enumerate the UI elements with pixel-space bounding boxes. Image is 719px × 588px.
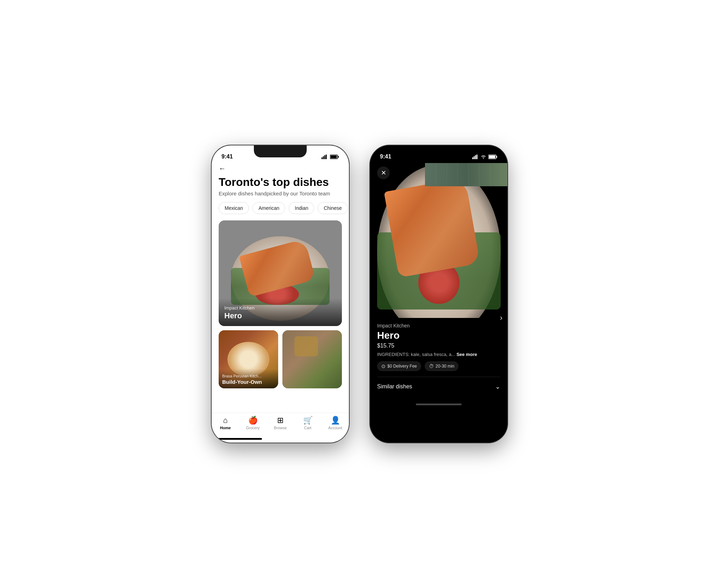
battery-icon-right: [488, 155, 498, 159]
time-icon: ⏱: [429, 363, 434, 369]
grocery-icon: 🍎: [248, 417, 258, 424]
status-icons-left: [321, 155, 339, 159]
filter-chinese[interactable]: Chinese: [318, 202, 348, 214]
filter-indian[interactable]: Indian: [289, 202, 314, 214]
tab-browse[interactable]: ⊞ Browse: [267, 417, 294, 430]
wifi-icon: [481, 155, 486, 159]
tab-bar: ⌂ Home 🍎 Grocery ⊞ Browse 🛒 Cart 👤 Accou…: [212, 413, 349, 443]
account-icon: 👤: [331, 417, 340, 424]
tab-cart[interactable]: 🛒 Cart: [294, 417, 321, 430]
status-icons-right: [472, 155, 498, 159]
delivery-badges: ⊙ $0 Delivery Fee ⏱ 20-30 min: [377, 361, 500, 371]
svg-rect-0: [321, 157, 323, 159]
tab-browse-label: Browse: [274, 426, 287, 430]
small-card-1-overlay: Brasa Peruvian Kitch... Build-Your-Own: [219, 369, 278, 388]
svg-rect-12: [496, 156, 498, 158]
main-content-left: ← Toronto's top dishes Explore dishes ha…: [212, 163, 349, 414]
tab-account[interactable]: 👤 Account: [321, 417, 349, 430]
notch-right: [412, 145, 465, 157]
signal-icon-right: [472, 155, 479, 159]
delivery-time-text: 20-30 min: [436, 364, 454, 369]
pantry-background: [425, 163, 507, 186]
small-card-1-restaurant: Brasa Peruvian Kitch...: [222, 374, 275, 378]
page-title: Toronto's top dishes: [219, 176, 342, 188]
full-dish-image: [370, 145, 507, 339]
hero-food-card[interactable]: Impact Kitchen Hero: [219, 220, 342, 326]
small-card-2[interactable]: [282, 330, 342, 388]
right-restaurant-name: Impact Kitchen: [377, 323, 500, 329]
dish-price: $15.75: [377, 343, 500, 349]
svg-rect-6: [331, 155, 337, 158]
svg-rect-5: [338, 156, 339, 158]
small-card-1[interactable]: Brasa Peruvian Kitch... Build-Your-Own: [219, 330, 278, 388]
hero-restaurant-name: Impact Kitchen: [224, 305, 336, 311]
close-button[interactable]: ✕: [377, 167, 390, 179]
similar-dishes-row[interactable]: Similar dishes ⌄: [377, 377, 500, 396]
next-chevron[interactable]: ›: [500, 313, 502, 323]
tab-home[interactable]: ⌂ Home: [212, 417, 239, 430]
notch: [254, 145, 307, 157]
svg-rect-2: [324, 155, 325, 159]
delivery-fee-text: $0 Delivery Fee: [387, 364, 417, 369]
small-card-1-dish: Build-Your-Own: [222, 379, 275, 385]
tab-grocery-label: Grocery: [246, 426, 260, 430]
back-button[interactable]: ←: [219, 164, 342, 173]
home-icon: ⌂: [223, 417, 227, 424]
svg-rect-13: [489, 155, 495, 158]
svg-rect-9: [475, 155, 476, 159]
ingredients-text: INGREDIENTS: kale, salsa fresca, a...: [377, 352, 455, 357]
browse-icon: ⊞: [277, 417, 283, 424]
left-phone: 9:41 ← Toronto's top dishes: [212, 145, 349, 443]
delivery-time-badge: ⏱ 20-30 min: [425, 361, 458, 371]
small-card-2-image: [282, 330, 342, 388]
chevron-down-icon: ⌄: [495, 383, 500, 390]
hero-dish-name: Hero: [224, 311, 336, 320]
svg-rect-3: [326, 155, 327, 159]
bottom-indicator: [377, 396, 500, 409]
see-more-link[interactable]: See more: [456, 352, 477, 357]
hero-card-overlay: Impact Kitchen Hero: [219, 298, 342, 326]
svg-rect-10: [476, 155, 477, 159]
filter-american[interactable]: American: [252, 202, 285, 214]
tab-grocery[interactable]: 🍎 Grocery: [239, 417, 267, 430]
svg-rect-7: [472, 157, 473, 159]
cart-icon: 🛒: [303, 417, 313, 424]
time-right: 9:41: [380, 154, 391, 160]
filter-pills: Mexican American Indian Chinese: [219, 202, 342, 214]
small-cards-row: Brasa Peruvian Kitch... Build-Your-Own: [219, 330, 342, 388]
close-icon: ✕: [381, 169, 386, 177]
time-left: 9:41: [221, 154, 233, 160]
tab-cart-label: Cart: [304, 426, 312, 430]
right-phone: 9:41: [370, 145, 507, 443]
delivery-fee-badge: ⊙ $0 Delivery Fee: [377, 361, 421, 371]
dish-ingredients: INGREDIENTS: kale, salsa fresca, a... Se…: [377, 352, 500, 357]
tab-home-label: Home: [220, 426, 231, 430]
svg-rect-8: [474, 156, 475, 159]
delivery-fee-icon: ⊙: [381, 363, 386, 369]
similar-dishes-label: Similar dishes: [377, 383, 412, 390]
battery-icon: [330, 155, 339, 159]
svg-rect-1: [323, 156, 324, 159]
tab-account-label: Account: [328, 426, 342, 430]
dish-info-panel: Impact Kitchen Hero $15.75 INGREDIENTS: …: [370, 318, 507, 443]
page-subtitle: Explore dishes handpicked by our Toronto…: [219, 190, 342, 196]
right-dish-name: Hero: [377, 330, 500, 341]
home-indicator-bar: [416, 404, 462, 405]
signal-icon: [321, 155, 328, 159]
tab-indicator: [216, 438, 262, 440]
filter-mexican[interactable]: Mexican: [219, 202, 249, 214]
